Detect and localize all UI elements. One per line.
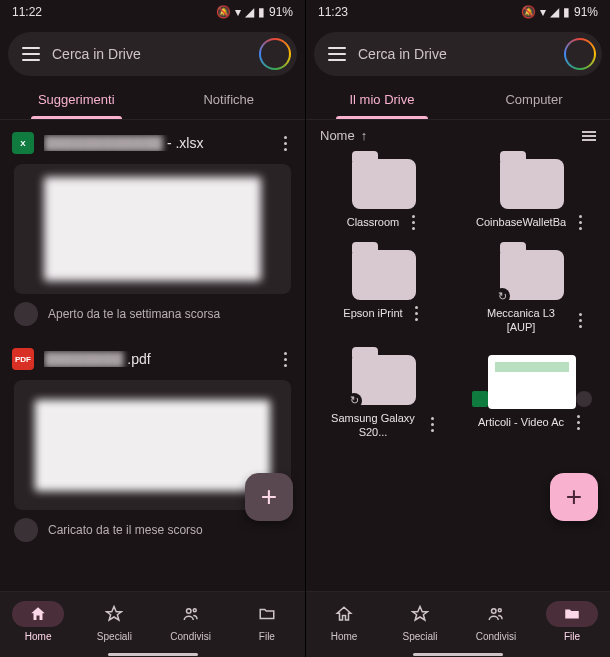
svg-point-1 — [193, 609, 196, 612]
status-bar: 11:23 🔕 ▾ ◢ ▮ 91% — [306, 0, 610, 24]
folder-item[interactable]: Meccanica L3 [AUP] — [458, 242, 606, 343]
tab-suggestions[interactable]: Suggerimenti — [0, 80, 153, 119]
people-icon — [182, 605, 200, 623]
menu-icon[interactable] — [22, 47, 40, 61]
folder-icon — [352, 250, 416, 300]
more-icon[interactable] — [572, 313, 588, 328]
content: Nome ↑ Classroom CoinbaseWalletBackups — [306, 120, 610, 591]
file-item[interactable]: Articoli - Video Ac — [458, 347, 606, 448]
xlsx-icon: X — [12, 132, 34, 154]
tab-notifications[interactable]: Notifiche — [153, 80, 306, 119]
suggestion-card[interactable]: X ████████████ - .xlsx Aperto da te la s… — [0, 120, 305, 336]
star-icon — [411, 605, 429, 623]
svg-point-3 — [498, 609, 501, 612]
nav-shared[interactable]: Condivisi — [458, 592, 534, 651]
content: X ████████████ - .xlsx Aperto da te la s… — [0, 120, 305, 591]
folder-item[interactable]: Epson iPrint — [310, 242, 458, 343]
fab-add[interactable]: + — [550, 473, 598, 521]
status-time: 11:23 — [318, 5, 348, 19]
status-icons: 🔕 ▾ ◢ ▮ 91% — [521, 5, 598, 19]
status-icons: 🔕 ▾ ◢ ▮ 91% — [216, 5, 293, 19]
bottom-nav: Home Speciali Condivisi File — [306, 591, 610, 651]
folder-item[interactable]: Classroom — [310, 151, 458, 238]
folder-item[interactable]: CoinbaseWalletBackups — [458, 151, 606, 238]
account-avatar[interactable] — [259, 38, 291, 70]
nav-files[interactable]: File — [534, 592, 610, 651]
more-icon[interactable] — [570, 415, 586, 430]
more-icon[interactable] — [277, 136, 293, 151]
pdf-icon: PDF — [12, 348, 34, 370]
nav-starred[interactable]: Speciali — [76, 592, 152, 651]
more-icon[interactable] — [409, 306, 425, 321]
file-name: ████████ .pdf — [44, 351, 267, 367]
signal-icon: ◢ — [550, 5, 559, 19]
dnd-icon: 🔕 — [521, 5, 536, 19]
more-icon[interactable] — [572, 215, 588, 230]
view-toggle-icon[interactable] — [582, 131, 596, 141]
dnd-icon: 🔕 — [216, 5, 231, 19]
people-icon — [487, 605, 505, 623]
wifi-icon: ▾ — [235, 5, 241, 19]
nav-files[interactable]: File — [229, 592, 305, 651]
bottom-nav: Home Speciali Condivisi File — [0, 591, 305, 651]
sort-button[interactable]: Nome ↑ — [320, 128, 367, 143]
file-name: ████████████ - .xlsx — [44, 135, 267, 151]
star-icon — [105, 605, 123, 623]
fab-add[interactable]: + — [245, 473, 293, 521]
nav-home[interactable]: Home — [0, 592, 76, 651]
status-time: 11:22 — [12, 5, 42, 19]
more-icon[interactable] — [424, 417, 440, 432]
file-subtitle: Aperto da te la settimana scorsa — [48, 307, 220, 321]
search-input[interactable]: Cerca in Drive — [52, 46, 247, 62]
nav-home[interactable]: Home — [306, 592, 382, 651]
gesture-bar — [0, 651, 305, 657]
folder-icon — [500, 250, 564, 300]
user-avatar-icon — [14, 518, 38, 542]
file-subtitle: Caricato da te il mese scorso — [48, 523, 203, 537]
nav-shared[interactable]: Condivisi — [153, 592, 229, 651]
home-icon — [335, 605, 353, 623]
sheets-thumbnail — [488, 355, 576, 409]
phone-left: 11:22 🔕 ▾ ◢ ▮ 91% Cerca in Drive Suggeri… — [0, 0, 305, 657]
svg-point-0 — [186, 609, 191, 614]
tabs: Suggerimenti Notifiche — [0, 80, 305, 120]
search-input[interactable]: Cerca in Drive — [358, 46, 552, 62]
home-icon — [29, 605, 47, 623]
phone-right: 11:23 🔕 ▾ ◢ ▮ 91% Cerca in Drive Il mio … — [305, 0, 610, 657]
battery-icon: ▮ — [563, 5, 570, 19]
folder-icon — [352, 159, 416, 209]
search-bar[interactable]: Cerca in Drive — [314, 32, 602, 76]
wifi-icon: ▾ — [540, 5, 546, 19]
arrow-up-icon: ↑ — [361, 128, 368, 143]
tabs: Il mio Drive Computer — [306, 80, 610, 120]
tab-computer[interactable]: Computer — [458, 80, 610, 119]
folder-icon — [352, 355, 416, 405]
folder-icon — [563, 605, 581, 623]
more-icon[interactable] — [405, 215, 421, 230]
menu-icon[interactable] — [328, 47, 346, 61]
folder-item[interactable]: Samsung Galaxy S20... — [310, 347, 458, 448]
battery-percent: 91% — [269, 5, 293, 19]
tab-mydrive[interactable]: Il mio Drive — [306, 80, 458, 119]
status-bar: 11:22 🔕 ▾ ◢ ▮ 91% — [0, 0, 305, 24]
shared-icon — [576, 391, 592, 407]
svg-point-2 — [492, 609, 497, 614]
battery-icon: ▮ — [258, 5, 265, 19]
folder-grid: Classroom CoinbaseWalletBackups Epson iP… — [306, 147, 610, 451]
file-thumbnail[interactable] — [14, 164, 291, 294]
account-avatar[interactable] — [564, 38, 596, 70]
sheets-icon — [472, 391, 488, 407]
user-avatar-icon — [14, 302, 38, 326]
sort-row: Nome ↑ — [306, 120, 610, 147]
more-icon[interactable] — [277, 352, 293, 367]
nav-starred[interactable]: Speciali — [382, 592, 458, 651]
signal-icon: ◢ — [245, 5, 254, 19]
folder-icon — [258, 605, 276, 623]
folder-icon — [500, 159, 564, 209]
search-bar[interactable]: Cerca in Drive — [8, 32, 297, 76]
battery-percent: 91% — [574, 5, 598, 19]
gesture-bar — [306, 651, 610, 657]
